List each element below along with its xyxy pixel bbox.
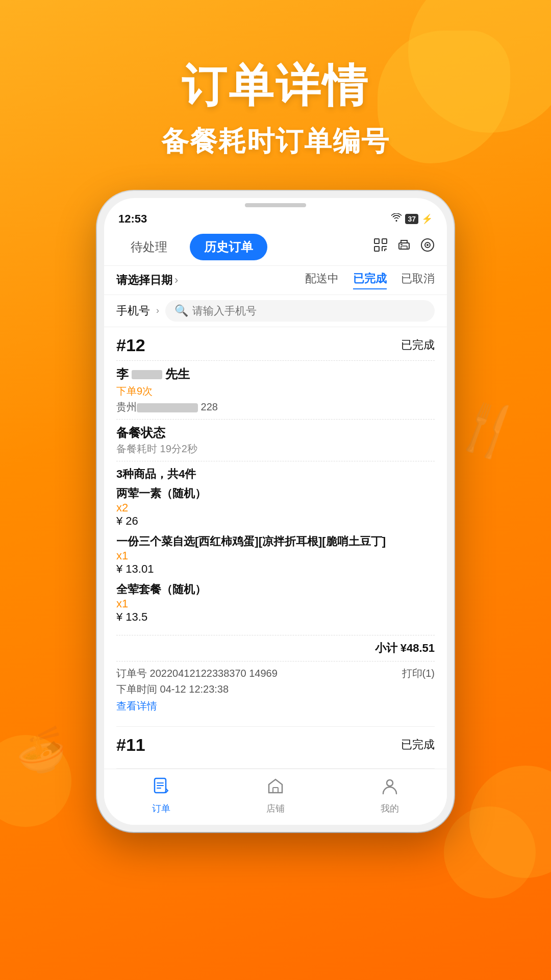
svg-rect-1 (382, 239, 387, 243)
item-price-0: ¥ 26 (116, 514, 435, 528)
phone-screen: 12:53 37 ⚡ 待处理 历 (104, 198, 447, 825)
subtotal-row-12: 小计 ¥48.51 (116, 635, 435, 661)
order-status-12: 已完成 (401, 337, 435, 353)
item-qty-2: x1 (116, 597, 435, 610)
charging-icon: ⚡ (421, 213, 433, 225)
page-subtitle: 备餐耗时订单编号 (0, 123, 551, 160)
tab-action-icons (373, 238, 435, 256)
order-number-11: #11 (116, 735, 145, 755)
order-list: #12 已完成 李先生 下单9次 贵州 228 (104, 327, 447, 769)
date-filter-label[interactable]: 请选择日期 (116, 273, 172, 288)
notch-bar (245, 203, 306, 207)
svg-rect-0 (374, 239, 379, 243)
customer-order-count-12: 下单9次 (116, 384, 435, 398)
meta-order-no: 订单号 20220412122338370 14969 打印(1) (116, 667, 435, 680)
search-label-arrow: › (156, 305, 159, 316)
item-price-1: ¥ 13.01 (116, 562, 435, 576)
svg-rect-17 (273, 788, 278, 793)
phone-mockup: 12:53 37 ⚡ 待处理 历 (0, 191, 551, 832)
tab-history[interactable]: 历史订单 (190, 234, 267, 260)
filter-row: 请选择日期 › 配送中 已完成 已取消 (104, 266, 447, 295)
nav-item-profile[interactable]: 我的 (380, 776, 399, 815)
order-no-label: 订单号 20220412122338370 14969 (116, 667, 278, 680)
order-meta-12: 订单号 20220412122338370 14969 打印(1) 下单时间 0… (116, 661, 435, 718)
subtotal-label-12: 小计 ¥48.51 (375, 641, 435, 656)
phone-search-input[interactable] (192, 305, 425, 317)
order-number-12: #12 (116, 335, 145, 355)
battery-level: 37 (405, 214, 418, 224)
items-count-12: 3种商品，共4件 (116, 467, 435, 482)
svg-point-18 (387, 780, 393, 786)
date-filter-arrow: › (174, 274, 178, 287)
status-icons: 37 ⚡ (391, 213, 433, 225)
scan-icon[interactable] (373, 238, 388, 256)
customer-address-12: 贵州 228 (116, 400, 435, 414)
tab-bar: 待处理 历史订单 (104, 229, 447, 266)
item-name-1: 一份三个菜自选[西红柿鸡蛋][凉拌折耳根][脆哨土豆丁] (116, 534, 435, 549)
search-box[interactable]: 🔍 (165, 300, 435, 322)
item-row-1: 一份三个菜自选[西红柿鸡蛋][凉拌折耳根][脆哨土豆丁] x1 ¥ 13.01 (116, 534, 435, 576)
status-bar: 12:53 37 ⚡ (104, 210, 447, 229)
camera-icon[interactable] (420, 238, 435, 256)
item-row-2: 全荤套餐（随机） x1 ¥ 13.5 (116, 582, 435, 624)
prep-title-12: 备餐状态 (116, 425, 435, 441)
order-card-11: #11 已完成 (116, 727, 435, 769)
item-name-0: 两荤一素（随机） (116, 486, 435, 501)
item-row-0: 两荤一素（随机） x2 ¥ 26 (116, 486, 435, 528)
search-label: 手机号 (116, 303, 150, 318)
status-time: 12:53 (118, 212, 147, 226)
nav-label-orders: 订单 (152, 802, 170, 815)
print-btn[interactable]: 打印(1) (402, 667, 435, 680)
filter-cancelled[interactable]: 已取消 (401, 271, 435, 289)
store-icon (266, 776, 285, 800)
header-section: 订单详情 备餐耗时订单编号 (0, 0, 551, 160)
prep-time-12: 备餐耗时 19分2秒 (116, 442, 435, 456)
item-name-2: 全荤套餐（随机） (116, 582, 435, 597)
wifi-icon (391, 213, 402, 224)
nav-item-orders[interactable]: 订单 (152, 776, 171, 815)
order-status-11: 已完成 (401, 737, 435, 752)
items-section-12: 3种商品，共4件 两荤一素（随机） x2 ¥ 26 一份三个菜自选[西红柿鸡蛋]… (116, 461, 435, 635)
prep-section-12: 备餐状态 备餐耗时 19分2秒 (116, 419, 435, 461)
nav-label-profile: 我的 (381, 802, 399, 815)
status-filter: 配送中 已完成 已取消 (305, 271, 435, 289)
bottom-nav: 订单 店铺 (104, 769, 447, 825)
order-time-label: 下单时间 04-12 12:23:38 (116, 682, 229, 696)
phone-notch (104, 198, 447, 210)
orders-icon (152, 776, 171, 800)
svg-rect-2 (374, 247, 379, 251)
meta-order-time: 下单时间 04-12 12:23:38 (116, 682, 435, 696)
page-title: 订单详情 (0, 61, 551, 111)
customer-section-12: 李先生 下单9次 贵州 228 (116, 360, 435, 419)
tab-pending[interactable]: 待处理 (116, 234, 182, 260)
item-qty-1: x1 (116, 549, 435, 562)
search-row: 手机号 › 🔍 (104, 295, 447, 327)
phone-frame: 12:53 37 ⚡ 待处理 历 (97, 191, 454, 832)
order-header-11: #11 已完成 (116, 735, 435, 755)
print-icon[interactable] (397, 238, 411, 256)
order-card-12: #12 已完成 李先生 下单9次 贵州 228 (116, 327, 435, 727)
profile-icon (380, 776, 399, 800)
filter-delivering[interactable]: 配送中 (305, 271, 339, 289)
filter-completed[interactable]: 已完成 (353, 271, 387, 289)
view-detail-link[interactable]: 查看详情 (116, 699, 435, 713)
item-qty-0: x2 (116, 501, 435, 514)
nav-label-store: 店铺 (266, 802, 285, 815)
svg-point-12 (427, 244, 429, 246)
order-header-12: #12 已完成 (116, 335, 435, 355)
item-price-2: ¥ 13.5 (116, 610, 435, 624)
nav-item-store[interactable]: 店铺 (266, 776, 285, 815)
customer-name-12: 李先生 (116, 366, 435, 382)
search-icon: 🔍 (174, 304, 188, 317)
